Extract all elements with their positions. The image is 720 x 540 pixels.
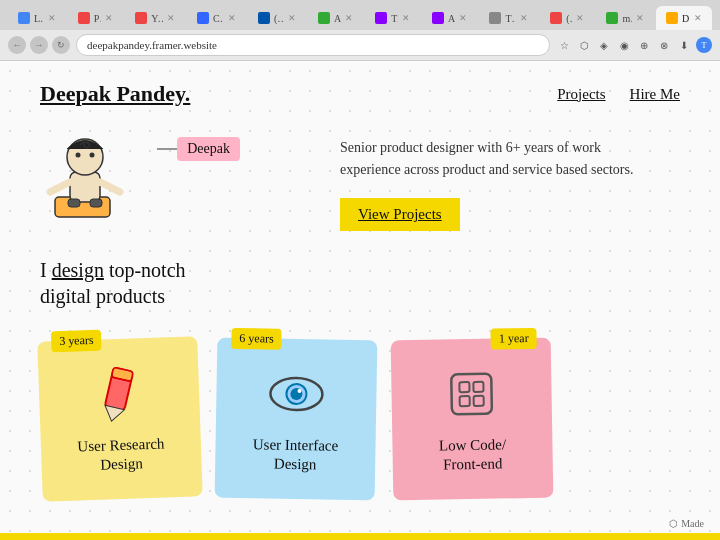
tab-label: Deep... [682,13,690,24]
profile-icon[interactable]: T [696,37,712,53]
design-word: design [52,259,104,281]
skill-card-ui-design: 6 years User Interface Design [215,338,378,501]
tab-label: Tany... [391,13,398,24]
tab-label: my-ai... [622,13,631,24]
skill-card-frontend: 1 year Low Code/ Front-end [391,338,554,501]
tab-close-button[interactable]: ✕ [636,13,644,23]
nav-projects[interactable]: Projects [557,86,605,103]
hero-left: Deepak I design top-notchdigital product… [40,127,300,309]
tab-close-button[interactable]: ✕ [576,13,584,23]
tab-close-button[interactable]: ✕ [288,13,296,23]
extension-icon-3[interactable]: ◉ [616,37,632,53]
browser-tab[interactable]: YouTu...✕ [125,6,185,30]
made-badge: ⬡ Made [669,518,704,529]
forward-button[interactable]: → [30,36,48,54]
tab-favicon [197,12,209,24]
back-button[interactable]: ← [8,36,26,54]
tab-label: YouTu... [151,13,163,24]
person-illustration [40,127,130,227]
years-badge-2: 6 years [231,328,282,350]
browser-tab[interactable]: my-ai...✕ [596,6,653,30]
download-icon[interactable]: ⬇ [676,37,692,53]
browser-tab[interactable]: Luxur...✕ [8,6,66,30]
skill-card-user-research: 3 years User Research Design [37,336,202,501]
tab-label: Consu... [213,13,224,24]
skill-label-3: Low Code/ Front-end [439,435,507,475]
browser-tab[interactable]: Tany...✕ [365,6,420,30]
tab-favicon [375,12,387,24]
address-bar-row: ← → ↻ deepakpandey.framer.website ☆ ⬡ ◈ … [0,30,720,60]
bottom-bar [0,533,720,540]
browser-tab[interactable]: Consu...✕ [187,6,246,30]
tab-label: (1) Fe... [274,13,284,24]
browser-tab[interactable]: (1) Fe...✕ [248,6,306,30]
tab-close-button[interactable]: ✕ [459,13,467,23]
tab-favicon [318,12,330,24]
tab-label: Luxur... [34,13,44,24]
svg-rect-18 [459,382,469,392]
tab-close-button[interactable]: ✕ [167,13,175,23]
tab-favicon [550,12,562,24]
hero-right: Senior product designer with 6+ years of… [340,127,680,231]
brackets-icon [441,363,502,424]
tab-close-button[interactable]: ✕ [694,13,702,23]
browser-tab[interactable]: The D...✕ [479,6,538,30]
years-badge-3: 1 year [491,328,537,350]
tab-label: Atho... [334,13,341,24]
browser-tab[interactable]: Pend...✕ [68,6,123,30]
tab-label: Atho... [448,13,455,24]
browser-tab[interactable]: (133...✕ [540,6,594,30]
tab-close-button[interactable]: ✕ [345,13,353,23]
svg-line-7 [50,182,70,192]
tab-close-button[interactable]: ✕ [520,13,528,23]
svg-rect-21 [474,395,484,405]
tab-close-button[interactable]: ✕ [402,13,410,23]
tab-favicon [258,12,270,24]
page-content: Deepak Pandey. Projects Hire Me [0,61,720,540]
tab-favicon [135,12,147,24]
url-text: deepakpandey.framer.website [87,39,217,51]
browser-tab[interactable]: Deep...✕ [656,6,712,30]
tab-favicon [489,12,501,24]
extension-icon-4[interactable]: ⊕ [636,37,652,53]
tab-close-button[interactable]: ✕ [228,13,236,23]
illustration-container: Deepak [40,127,240,247]
tab-label: The D... [505,13,516,24]
tab-favicon [432,12,444,24]
nav-buttons: ← → ↻ [8,36,70,54]
extension-icon-5[interactable]: ⊗ [656,37,672,53]
browser-chrome: Luxur...✕Pend...✕YouTu...✕Consu...✕(1) F… [0,0,720,61]
hero-tagline: I design top-notchdigital products [40,257,300,309]
svg-rect-6 [90,199,102,207]
site-logo: Deepak Pandey. [40,81,190,107]
svg-rect-19 [473,381,483,391]
browser-tab[interactable]: Atho...✕ [308,6,363,30]
extension-icon-2[interactable]: ◈ [596,37,612,53]
tab-close-button[interactable]: ✕ [48,13,56,23]
svg-point-3 [76,153,81,158]
years-badge-1: 3 years [51,330,102,353]
nav-hire-me[interactable]: Hire Me [630,86,680,103]
tab-label: Pend... [94,13,101,24]
svg-rect-17 [451,373,492,414]
hero-description: Senior product designer with 6+ years of… [340,137,640,182]
eye-icon [266,363,327,424]
site-nav: Projects Hire Me [557,86,680,103]
skill-label-1: User Research Design [77,434,165,476]
browser-tab[interactable]: Atho...✕ [422,6,477,30]
framer-icon: ⬡ [669,518,678,529]
pencil-icon [88,362,150,424]
extension-icon-1[interactable]: ⬡ [576,37,592,53]
view-projects-button[interactable]: View Projects [340,198,460,231]
refresh-button[interactable]: ↻ [52,36,70,54]
tab-close-button[interactable]: ✕ [105,13,113,23]
tab-favicon [78,12,90,24]
skills-section: 3 years User Research Design 6 years [40,339,680,499]
tab-favicon [666,12,678,24]
tab-favicon [18,12,30,24]
toolbar-icons: ☆ ⬡ ◈ ◉ ⊕ ⊗ ⬇ T [556,37,712,53]
address-bar[interactable]: deepakpandey.framer.website [76,34,550,56]
site-header: Deepak Pandey. Projects Hire Me [40,81,680,107]
star-icon[interactable]: ☆ [556,37,572,53]
svg-point-4 [90,153,95,158]
